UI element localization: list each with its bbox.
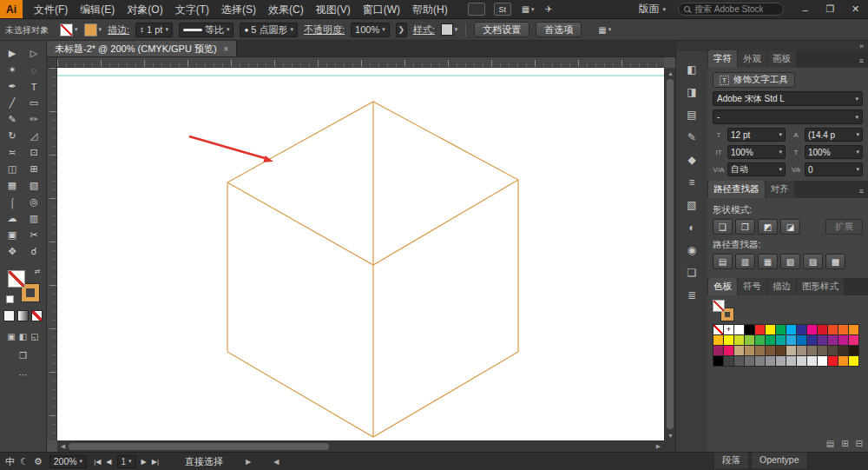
opacity-options-button[interactable]: ❯ (396, 23, 407, 37)
zoom-tool[interactable]: ☌ (23, 243, 45, 260)
status-collapse-icon[interactable]: ◀ (273, 458, 279, 466)
menu-item[interactable]: 对象(O) (121, 0, 168, 19)
share-icon[interactable]: ✈ (545, 4, 552, 14)
perspective-grid-tool[interactable]: ⊞ (23, 161, 45, 177)
tab-swatches[interactable]: 色板 (708, 278, 737, 295)
brush-dropdown[interactable]: ● 5 点圆形 ▾ (240, 23, 298, 37)
vertical-ruler[interactable] (47, 68, 57, 440)
rectangle-tool[interactable]: ▭ (23, 95, 45, 111)
swatch[interactable] (745, 346, 754, 355)
width-profile-dropdown[interactable]: 等比 ▾ (179, 23, 234, 37)
tab-character[interactable]: 字符 (708, 50, 737, 68)
tab-artboards[interactable]: 画板 (767, 50, 796, 68)
line-segment-tool[interactable]: ╱ (2, 95, 23, 111)
swatches-panel-icon[interactable]: ▤ (676, 103, 707, 126)
horizontal-ruler[interactable] (57, 57, 664, 68)
font-size-field[interactable]: 12 pt ▾ (727, 128, 786, 142)
swatch[interactable] (724, 335, 733, 345)
style-dropdown[interactable]: ▾ (441, 23, 458, 36)
swatch[interactable] (734, 346, 744, 355)
pencil-tool[interactable]: ✏ (23, 111, 45, 128)
swatch[interactable] (766, 325, 775, 334)
gradient-panel-icon[interactable]: ▧ (676, 194, 707, 216)
stroke-color-picker[interactable]: ▾ (84, 23, 102, 36)
bridge-button[interactable] (468, 3, 485, 16)
panel-menu-icon[interactable]: ≡ (859, 56, 868, 68)
swatch[interactable] (849, 325, 858, 334)
control-panel-options-icon[interactable]: ▦▾ (598, 25, 611, 35)
stock-button[interactable]: St (494, 3, 511, 16)
tab-pathfinder[interactable]: 路径查找器 (708, 181, 765, 198)
column-graph-tool[interactable]: ▥ (23, 210, 45, 227)
ime-settings-icon[interactable]: ⚙ (34, 456, 43, 467)
tab-stroke[interactable]: 描边 (767, 278, 796, 295)
collapse-panels-icon[interactable]: » (859, 42, 864, 50)
swatch[interactable] (828, 325, 838, 334)
opacity-field[interactable]: 100% ▾ (351, 23, 390, 37)
arrange-documents-icon[interactable]: ▦▾ (522, 4, 535, 14)
swatch[interactable] (849, 346, 858, 355)
width-tool[interactable]: ≍ (2, 144, 23, 161)
stroke-weight-link[interactable]: 描边: (108, 23, 129, 36)
font-family-dropdown[interactable]: Adobe 宋体 Std L ▾ (713, 91, 863, 106)
eyedropper-tool[interactable]: ⌠ (2, 194, 23, 210)
swatch[interactable] (713, 356, 723, 366)
fill-color-picker[interactable]: ▾ (60, 23, 78, 36)
scale-tool[interactable]: ◿ (23, 128, 45, 144)
appearance-panel-icon[interactable]: ◉ (676, 239, 707, 261)
fill-proxy[interactable] (8, 270, 25, 288)
hand-tool[interactable]: ✥ (2, 243, 23, 260)
graphic-styles-panel-icon[interactable]: ❏ (676, 261, 707, 284)
draw-behind-icon[interactable]: ◧ (19, 332, 27, 341)
swatch-libraries-icon[interactable]: ▤ (826, 439, 834, 448)
swatch[interactable] (786, 335, 796, 345)
none-mode-button[interactable] (31, 310, 43, 321)
screen-mode-button[interactable]: ❐ (0, 351, 46, 361)
minimize-button[interactable]: – (792, 0, 818, 19)
swatch[interactable] (818, 356, 827, 366)
first-artboard-button[interactable]: |◀ (94, 458, 101, 466)
swatch[interactable] (734, 335, 744, 345)
swatch[interactable] (745, 325, 754, 334)
fill-proxy[interactable] (713, 300, 725, 312)
leading-field[interactable]: (14.4 p ▾ (805, 128, 863, 142)
transparency-panel-icon[interactable]: ◐ (676, 216, 707, 239)
vertical-scale-field[interactable]: 100% ▾ (727, 145, 786, 159)
color-panel-icon[interactable]: ◧ (676, 58, 707, 81)
tab-opentype[interactable]: Opentype (751, 452, 808, 468)
ime-chinese-icon[interactable]: 中 (5, 455, 15, 468)
swatch[interactable] (838, 335, 848, 345)
menu-item[interactable]: 帮助(H) (406, 0, 454, 19)
exclude-button[interactable]: ◪ (780, 219, 800, 235)
swatch[interactable] (807, 335, 817, 345)
swap-fill-stroke-icon[interactable]: ⇄ (35, 268, 41, 275)
swatch[interactable] (745, 335, 754, 345)
close-button[interactable]: ✕ (843, 0, 868, 19)
blend-tool[interactable]: ◎ (23, 194, 45, 210)
mesh-tool[interactable]: ▦ (2, 177, 23, 194)
trim-button[interactable]: ▥ (735, 254, 755, 269)
swatch[interactable] (776, 346, 786, 355)
next-artboard-button[interactable]: ▶ (141, 458, 147, 466)
swatch[interactable] (838, 356, 848, 366)
swatch[interactable] (745, 356, 754, 366)
default-fill-stroke-icon[interactable] (6, 295, 14, 303)
menu-item[interactable]: 效果(C) (262, 0, 310, 19)
zoom-dropdown[interactable]: 200% ▾ (49, 455, 87, 468)
swatch[interactable] (755, 335, 765, 345)
swatch[interactable] (797, 335, 806, 345)
swatch[interactable] (786, 356, 796, 366)
brushes-panel-icon[interactable]: ✎ (676, 126, 707, 149)
tab-close-icon[interactable]: × (224, 44, 229, 54)
swatch[interactable] (724, 346, 733, 355)
swatch[interactable] (818, 325, 827, 334)
menu-item[interactable]: 窗口(W) (357, 0, 406, 19)
merge-button[interactable]: ▦ (758, 254, 778, 269)
vertical-scrollbar[interactable]: ▲ ▼ (664, 68, 675, 440)
stock-search-input[interactable]: 搜索 Adobe Stock (678, 3, 784, 16)
edit-toolbar-button[interactable]: ⋯ (0, 370, 46, 380)
preferences-button[interactable]: 首选项 (536, 22, 582, 37)
swatch[interactable] (828, 346, 838, 355)
swatch[interactable] (713, 346, 723, 355)
stroke-panel-icon[interactable]: ≡ (676, 171, 707, 194)
